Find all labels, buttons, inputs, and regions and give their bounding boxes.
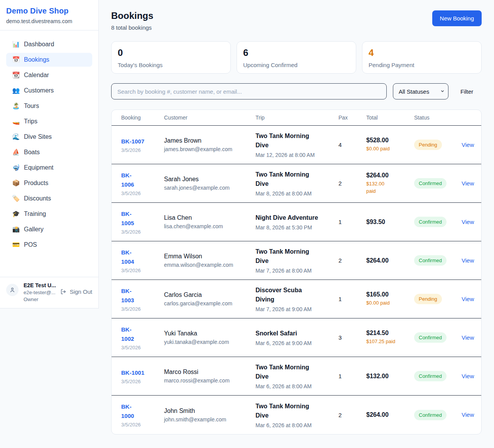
status-badge: Pending [414, 294, 442, 304]
booking-id-link[interactable]: BK- 1003 [121, 286, 164, 305]
view-link[interactable]: View [462, 141, 474, 148]
customer-email: emma.wilson@example.com [164, 262, 255, 268]
paid-amount: $107.25 paid [366, 338, 414, 345]
customer-name: Carlos Garcia [164, 291, 255, 298]
trip-datetime: Mar 6, 2026 at 8:00 AM [255, 422, 331, 428]
customer-email: marco.rossi@example.com [164, 377, 255, 384]
sidebar-item-training[interactable]: 🎓 Training [6, 207, 92, 221]
filter-button[interactable]: Filter [460, 88, 473, 95]
trip-title: Night Dive Adventure [255, 213, 331, 222]
pax-count: 1 [338, 219, 366, 225]
search-input[interactable] [111, 83, 387, 99]
table-body: BK-1007 3/5/2026 James Brown james.brown… [112, 126, 481, 434]
view-link[interactable]: View [462, 219, 474, 225]
sidebar-item-label: Calendar [24, 72, 49, 79]
pax-count: 1 [338, 373, 366, 379]
total-amount: $528.00 [366, 137, 414, 144]
customer-email: lisa.chen@example.com [164, 223, 255, 229]
sidebar-item-discounts[interactable]: 🏷️ Discounts [6, 192, 92, 205]
trip-title: Two Tank Morning Dive [255, 170, 331, 189]
total-amount: $165.00 [366, 291, 414, 298]
col-header-total: Total [366, 115, 414, 121]
sidebar-item-products[interactable]: 📦 Products [6, 176, 92, 190]
sidebar-item-label: POS [24, 241, 37, 248]
calendar-icon: 📅 [12, 57, 20, 63]
status-badge: Pending [414, 140, 442, 150]
sidebar-item-label: Customers [24, 87, 54, 94]
booking-id-link[interactable]: BK- 1005 [121, 209, 164, 228]
people-icon: 👥 [12, 88, 20, 94]
booking-date: 3/5/2026 [121, 229, 164, 235]
booking-id-link[interactable]: BK-1007 [121, 137, 164, 146]
trip-datetime: Mar 12, 2026 at 8:00 AM [255, 152, 331, 158]
sidebar-item-pos[interactable]: 💳 POS [6, 238, 92, 252]
new-booking-button[interactable]: New Booking [432, 10, 482, 26]
stat-value: 6 [243, 48, 350, 57]
view-link[interactable]: View [462, 411, 474, 418]
booking-id-link[interactable]: BK-1001 [121, 368, 164, 377]
sidebar-item-equipment[interactable]: 🤿 Equipment [6, 161, 92, 175]
trip-title: Two Tank Morning Dive [255, 363, 331, 381]
speedboat-icon: 🚤 [12, 118, 20, 125]
sidebar-item-label: Products [24, 180, 48, 187]
booking-date: 3/5/2026 [121, 422, 164, 428]
view-link[interactable]: View [462, 257, 474, 264]
brand-title[interactable]: Demo Dive Shop [6, 7, 92, 15]
total-amount: $132.00 [366, 373, 414, 380]
user-info: E2E Test U... e2e-tester@... Owner [24, 282, 55, 302]
booking-id-link[interactable]: BK- 1006 [121, 171, 164, 189]
sidebar-item-tours[interactable]: 🏝️ Tours [6, 99, 92, 113]
bar-chart-icon: 📊 [12, 41, 20, 47]
table-row: BK- 1000 3/5/2026 John Smith john.smith@… [112, 396, 481, 434]
booking-date: 3/5/2026 [121, 345, 164, 350]
pax-count: 2 [338, 257, 366, 264]
sidebar-item-gallery[interactable]: 📸 Gallery [6, 222, 92, 236]
trip-title: Two Tank Morning Dive [255, 402, 331, 420]
booking-id-link[interactable]: BK- 1000 [121, 402, 164, 421]
sidebar-item-trips[interactable]: 🚤 Trips [6, 115, 92, 128]
sidebar-item-label: Equipment [24, 164, 54, 171]
sidebar-item-customers[interactable]: 👥 Customers [6, 84, 92, 98]
booking-date: 3/5/2026 [121, 147, 164, 153]
stat-card: 0 Today's Bookings [111, 41, 231, 74]
paid-amount: $0.00 paid [366, 300, 414, 307]
view-link[interactable]: View [462, 373, 474, 379]
sailboat-icon: ⛵ [12, 149, 20, 155]
view-link[interactable]: View [462, 180, 474, 187]
page-title: Bookings [111, 10, 153, 21]
brand-domain: demo.test.divestreams.com [6, 18, 92, 24]
status-badge: Confirmed [414, 217, 447, 227]
dive-mask-icon: 🤿 [12, 165, 20, 171]
view-link[interactable]: View [462, 296, 474, 302]
booking-id-link[interactable]: BK- 1004 [121, 248, 164, 266]
booking-date: 3/5/2026 [121, 190, 164, 196]
booking-date: 3/5/2026 [121, 379, 164, 384]
trip-datetime: Mar 8, 2026 at 5:30 PM [255, 224, 331, 231]
view-link[interactable]: View [462, 334, 474, 341]
customer-name: Yuki Tanaka [164, 330, 255, 337]
table-row: BK- 1002 3/5/2026 Yuki Tanaka yuki.tanak… [112, 318, 481, 357]
status-badge: Confirmed [414, 255, 447, 266]
sidebar-item-dashboard[interactable]: 📊 Dashboard [6, 37, 92, 51]
wave-icon: 🌊 [12, 134, 20, 140]
sidebar-item-boats[interactable]: ⛵ Boats [6, 145, 92, 159]
sidebar-item-bookings[interactable]: 📅 Bookings [6, 53, 92, 67]
logout-icon [60, 288, 67, 295]
table-row: BK-1001 3/5/2026 Marco Rossi marco.rossi… [112, 357, 481, 396]
sign-out-button[interactable]: Sign Out [60, 288, 92, 295]
sidebar-item-calendar[interactable]: 📆 Calendar [6, 68, 92, 82]
sidebar-item-dive-sites[interactable]: 🌊 Dive Sites [6, 130, 92, 144]
booking-id-link[interactable]: BK- 1002 [121, 325, 164, 344]
tag-icon: 🏷️ [12, 195, 20, 202]
stat-card: 6 Upcoming Confirmed [237, 41, 356, 74]
page-header: Bookings 8 total bookings New Booking [111, 10, 482, 31]
trip-title: Snorkel Safari [255, 329, 331, 338]
col-header-customer: Customer [164, 115, 255, 121]
filter-row: All Statuses Filter [111, 83, 482, 99]
customer-email: john.smith@example.com [164, 416, 255, 423]
stats-row: 0 Today's Bookings 6 Upcoming Confirmed … [111, 41, 482, 74]
page-subtitle: 8 total bookings [111, 24, 153, 31]
total-amount: $93.50 [366, 219, 414, 226]
status-filter-select[interactable]: All Statuses [393, 83, 448, 99]
pax-count: 4 [338, 141, 366, 148]
